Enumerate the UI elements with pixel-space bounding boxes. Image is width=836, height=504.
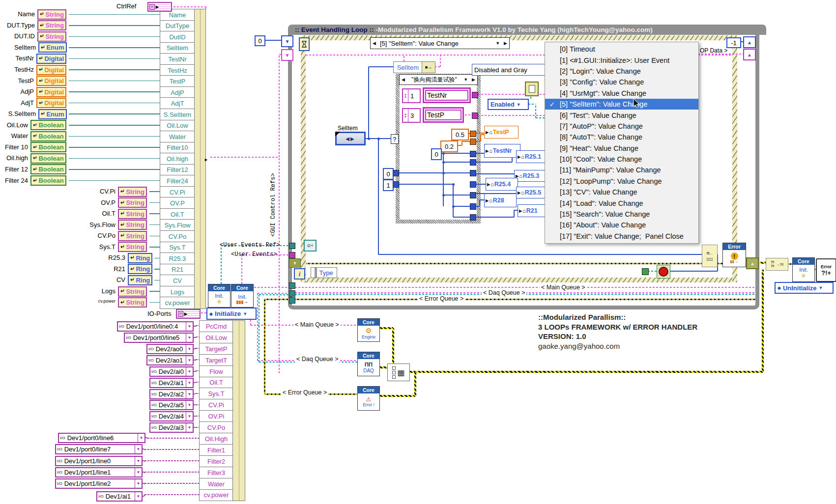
enabled-ring[interactable]: Enabled▼ [488, 99, 529, 110]
ctrlref-refnum-icon[interactable]: ⌗▶ [147, 2, 172, 12]
menu-item-15[interactable]: [15] "Search": Value Change [545, 209, 698, 220]
stop-button[interactable] [657, 265, 670, 279]
control-cv.power[interactable]: ↵String [118, 297, 147, 308]
menu-item-6[interactable]: [6] "Test": Value Change [545, 110, 698, 120]
control-R21[interactable]: ↵Ring [128, 264, 152, 274]
selector-dropdown-icon[interactable]: ▼ [493, 41, 502, 46]
case-dropdown-icon[interactable]: ▼ [461, 77, 470, 82]
daq-channel-Dev2/ai4[interactable]: I/ODev2/ai4▼ [149, 411, 194, 421]
property-node-R21[interactable]: ▶⌂R21 [518, 204, 545, 217]
core-init-2-block[interactable]: Core Init. → [231, 284, 254, 308]
property-node-R25.5[interactable]: ▶⌂R25.5 [516, 187, 547, 198]
const-1[interactable]: 1 [383, 179, 394, 191]
daq-channel-Dev2/ai3[interactable]: I/ODev2/ai3▼ [149, 422, 194, 433]
property-node-R25.4[interactable]: ▶⌂R25.4 [486, 178, 518, 191]
menu-item-17[interactable]: [17] "Exit": Value Change; Panel Close [545, 231, 698, 242]
property-node-TestNr[interactable]: ▶⌂TestNr [484, 144, 520, 158]
control-CV.Po[interactable]: ↵String [118, 231, 147, 241]
const-0.5[interactable]: 0.5 [451, 129, 469, 140]
const-0-a[interactable]: 0 [431, 148, 442, 160]
control-Sys.Flow[interactable]: ↵String [118, 220, 147, 230]
daq-channel-Dev1/port1/line2[interactable]: I/ODev1/port1/line2▼ [55, 478, 143, 489]
enqueue-error-block[interactable]: Error ! → [722, 243, 746, 267]
core-init-1-block[interactable]: Core Init.✳ [208, 284, 231, 308]
property-node-R28[interactable]: ▶⌂R28 [484, 194, 517, 207]
menu-item-12[interactable]: [12] "LoopPump": Value Change [545, 176, 698, 187]
shift-register-error[interactable]: ▲ [746, 257, 759, 269]
control-CV.Pi[interactable]: ↵String [118, 187, 147, 197]
control-Oil.high[interactable]: ↵Boolean [30, 153, 66, 164]
core-init-right-block[interactable]: Core Init.✳ [792, 257, 815, 282]
shift-register-up-pink[interactable]: ▲ [743, 49, 756, 60]
event-refs-tunnel-icon[interactable]: ▼ [281, 49, 293, 61]
daq-channel-Dev1/port1/line1[interactable]: I/ODev1/port1/line1▼ [55, 467, 143, 477]
daq-channel-Dev2/ai1[interactable]: I/ODev2/ai1▼ [149, 378, 194, 388]
property-node-R25.3[interactable]: ▶⌂R25.3 [514, 170, 546, 182]
selector-prev-icon[interactable]: ◀ [371, 41, 378, 46]
selitem-enum-terminal[interactable]: ◀▶ [335, 132, 366, 145]
error-dialog-icon[interactable]: Error?!+ [816, 258, 836, 282]
const-0.2[interactable]: 0.2 [440, 140, 458, 152]
daq-channel-Dev2/ao0[interactable]: I/ODev2/ao0▼ [146, 344, 194, 354]
menu-item-8[interactable]: [8] "AutoT": Value Change [545, 132, 698, 142]
selitem-unbundle-cell[interactable]: SelItem [393, 61, 423, 73]
control-TestP[interactable]: ↵Digital [36, 76, 66, 86]
control-CV[interactable]: ↵Ring [128, 275, 152, 285]
uninitialize-enum[interactable]: ◆UnInitialize▼ [775, 282, 834, 294]
control-Logs[interactable]: ↵String [118, 286, 147, 297]
menu-item-4[interactable]: [4] "UsrMgt": Value Change [545, 88, 698, 99]
control-TestNr[interactable]: ↵Digital [36, 54, 66, 64]
daq-channel-Dev1/port0/line7[interactable]: I/ODev1/port0/line7▼ [55, 444, 143, 454]
menu-item-0[interactable]: [0] Timeout [545, 44, 698, 55]
daq-channel-Dev1/port0/line0:4[interactable]: I/ODev1/port0/line0:4▼ [117, 321, 194, 332]
testnr-string-frame[interactable]: TestNr [423, 87, 471, 103]
menu-item-10[interactable]: [10] "Cool": Value Change [545, 154, 698, 165]
control-AdjT[interactable]: ↵Digital [36, 98, 66, 108]
control-Filter 24[interactable]: ↵Boolean [30, 175, 66, 186]
spin-constant-1[interactable]: ▲▼1 [402, 88, 421, 103]
menu-item-5[interactable]: ✓[5] "SelItem": Value Change [545, 99, 698, 110]
case-prev-icon[interactable]: ◀ [400, 77, 407, 82]
menu-item-16[interactable]: [16] "About": Value Change [545, 220, 698, 230]
daq-channel-Dev1/ai1[interactable]: I/ODev1/ai1▼ [96, 491, 143, 502]
daq-channel-Dev2/ai5[interactable]: I/ODev2/ai5▼ [149, 400, 194, 410]
control-DUT.ID[interactable]: ↵String [37, 31, 66, 42]
daq-channel-Dev1/port0/line5[interactable]: I/ODev1/port0/line5▼ [124, 333, 194, 343]
property-node-R25.1[interactable]: ▶⌂R25.1 [516, 150, 548, 163]
disabled-and-gray-constant[interactable]: Disabled and Gray [472, 64, 548, 76]
daq-channel-Dev1/port0/line6[interactable]: I/ODev1/port0/line6▼ [58, 433, 145, 443]
case-next-icon[interactable]: ▶ [470, 77, 477, 82]
selector-next-icon[interactable]: ▶ [502, 41, 509, 46]
control-Sys.T[interactable]: ↵String [118, 242, 147, 252]
control-Oil.T[interactable]: ↵String [118, 209, 147, 219]
control-Oil.Low[interactable]: ↵Boolean [30, 120, 66, 130]
core-engine-block[interactable]: Core ⚙Engine [357, 318, 380, 342]
initialize-enum[interactable]: ◆Initialize▼ [206, 308, 257, 320]
control-Filter 12[interactable]: ↵Boolean [30, 164, 66, 174]
shift-register-up-blue[interactable]: ▲ [743, 36, 756, 48]
control-Water[interactable]: ↵Boolean [30, 131, 66, 141]
control-Filter 10[interactable]: ↵Boolean [30, 142, 66, 152]
control-AdjP[interactable]: ↵Digital [36, 87, 66, 97]
control-OV.P[interactable]: ↵String [118, 197, 147, 208]
menu-item-11[interactable]: [11] "MainPump": Value Change [545, 165, 698, 175]
iteration-constant[interactable]: 0 [255, 35, 265, 46]
menu-item-9[interactable]: [9] "Heat": Value Change [545, 143, 698, 154]
menu-item-7[interactable]: [7] "AutoP": Value Change [545, 121, 698, 132]
daq-channel-Dev2/ai0[interactable]: I/ODev2/ai0▼ [149, 366, 194, 377]
menu-item-14[interactable]: [14] "Load": Value Change [545, 197, 698, 208]
subvi-icon[interactable] [525, 82, 539, 96]
menu-item-13[interactable]: [13] "CV": Value Change [545, 187, 698, 197]
timeout-neg1-constant[interactable]: -1 [726, 37, 741, 48]
type-indicator[interactable]: Type [311, 267, 337, 278]
merge-errors-node[interactable]: ?!?! →?! [766, 258, 788, 271]
menu-item-2[interactable]: [2] "Login": Value Change [545, 66, 698, 77]
control-SelItem[interactable]: ↵Enum [38, 42, 67, 53]
control-R25.3[interactable]: ↵Ring [128, 253, 152, 263]
spin-constant-3[interactable]: ▲▼3 [402, 108, 421, 123]
core-error-block[interactable]: Core ⚠Error ! [357, 386, 380, 411]
menu-item-3[interactable]: [3] "Config": Value Change [545, 77, 698, 87]
io-ports-refnum-icon[interactable]: ⌗▶ [176, 309, 201, 319]
inner-case-selector[interactable]: ◀ "换向阀流量试验" ▼ ▶ [399, 74, 478, 85]
daq-channel-Dev1/port1/line0[interactable]: I/ODev1/port1/line0▼ [55, 456, 143, 466]
